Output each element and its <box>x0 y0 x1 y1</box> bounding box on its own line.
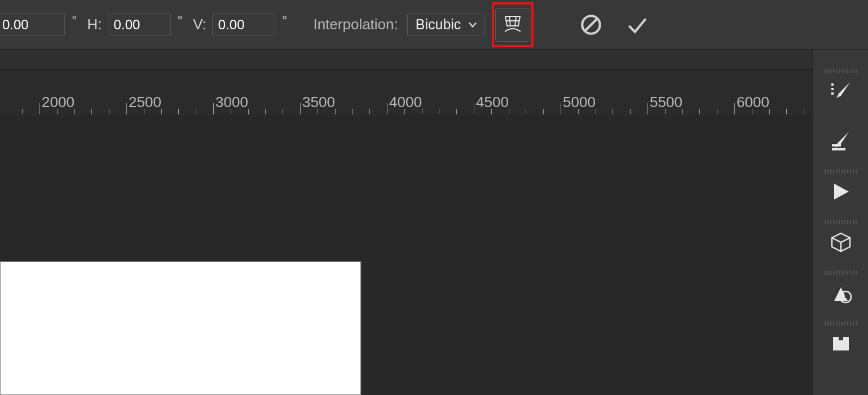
play-icon <box>830 180 852 203</box>
ruler-tick <box>300 103 301 114</box>
ruler-label: 4500 <box>476 94 509 111</box>
interpolation-value: Bicubic <box>416 16 461 33</box>
ruler-tick <box>561 103 561 114</box>
svg-rect-12 <box>833 337 839 340</box>
brush-settings-panel-button[interactable] <box>827 127 854 154</box>
ruler-tick <box>526 109 526 114</box>
ruler-tick <box>91 109 92 114</box>
skew-v-label: V: <box>193 16 206 33</box>
brush-settings-icon <box>830 130 852 152</box>
panel-group-actions <box>819 169 863 220</box>
degree-symbol: ° <box>282 12 288 28</box>
ruler-label: 2500 <box>129 94 161 111</box>
ruler-label: 5000 <box>563 94 596 111</box>
ruler-tick <box>699 109 700 114</box>
panel-group-brushes <box>819 69 863 169</box>
history-icon <box>830 282 852 304</box>
ruler-tick <box>352 109 353 114</box>
ruler-label: 5500 <box>650 94 682 111</box>
interpolation-dropdown[interactable]: Bicubic <box>407 14 486 36</box>
chevron-down-icon <box>469 21 477 29</box>
canvas-viewport[interactable] <box>0 114 812 395</box>
history-panel-button[interactable] <box>827 279 854 307</box>
svg-rect-5 <box>831 83 834 86</box>
degree-symbol: ° <box>178 12 183 28</box>
ruler-tick <box>630 109 631 114</box>
actions-panel-button[interactable] <box>827 178 854 205</box>
warp-mode-button[interactable] <box>495 8 530 42</box>
ruler-tick <box>613 109 613 114</box>
ruler-tick <box>369 109 370 114</box>
svg-rect-13 <box>843 337 849 340</box>
collapsed-panels-strip <box>813 50 868 395</box>
3d-panel-button[interactable] <box>827 229 854 256</box>
ruler-tick <box>283 109 283 114</box>
libraries-icon <box>830 332 852 355</box>
panel-group-libraries <box>819 321 863 372</box>
warp-icon <box>501 14 524 36</box>
interpolation-label: Interpolation: <box>313 16 398 33</box>
brushes-panel-button[interactable] <box>827 78 854 105</box>
ruler-tick <box>178 109 179 114</box>
ruler-tick <box>39 103 40 114</box>
artboard[interactable] <box>0 261 361 395</box>
ruler-tick <box>456 109 457 114</box>
ruler-tick <box>126 103 127 114</box>
brush-list-icon <box>830 80 852 103</box>
ruler-tick <box>474 103 474 114</box>
skew-h-label: H: <box>87 16 102 33</box>
svg-rect-11 <box>833 340 849 350</box>
ruler-tick <box>265 109 266 114</box>
panel-group-history <box>819 270 863 321</box>
cube-icon <box>830 231 852 254</box>
panel-group-3d <box>819 220 863 270</box>
rotation-angle-input[interactable]: 0.00 <box>0 14 65 36</box>
degree-symbol: ° <box>72 12 77 28</box>
ruler-tick <box>387 103 387 114</box>
cancel-transform-button[interactable] <box>575 9 607 41</box>
ruler-tick <box>717 109 717 114</box>
ruler-label: 6000 <box>737 94 769 111</box>
svg-rect-7 <box>831 92 834 95</box>
ruler-label: 3500 <box>302 94 335 111</box>
ruler-tick <box>543 109 544 114</box>
document-tab-bar <box>0 50 868 70</box>
horizontal-ruler: 200025003000350040004500500055006000 <box>0 87 812 114</box>
ruler-tick <box>213 103 214 114</box>
ruler-tick <box>22 109 23 114</box>
cancel-icon <box>579 13 603 37</box>
ruler-tick <box>439 109 439 114</box>
ruler-tick <box>786 109 787 114</box>
skew-h-input[interactable]: 0.00 <box>108 14 171 36</box>
checkmark-icon <box>625 13 649 37</box>
ruler-label: 4000 <box>389 94 422 111</box>
ruler-tick <box>196 109 196 114</box>
ruler-label: 2000 <box>42 94 74 111</box>
skew-v-input[interactable]: 0.00 <box>212 14 275 36</box>
ruler-tick <box>109 109 109 114</box>
ruler-tick <box>647 103 648 114</box>
commit-transform-button[interactable] <box>622 9 653 41</box>
transform-options-bar: 0.00 ° H: 0.00 ° V: 0.00 ° Interpolation… <box>0 0 868 50</box>
ruler-tick <box>804 109 804 114</box>
libraries-panel-button[interactable] <box>827 330 854 357</box>
ruler-label: 3000 <box>215 94 248 111</box>
svg-line-4 <box>585 18 598 31</box>
ruler-tick <box>734 103 735 114</box>
svg-rect-6 <box>831 88 834 90</box>
